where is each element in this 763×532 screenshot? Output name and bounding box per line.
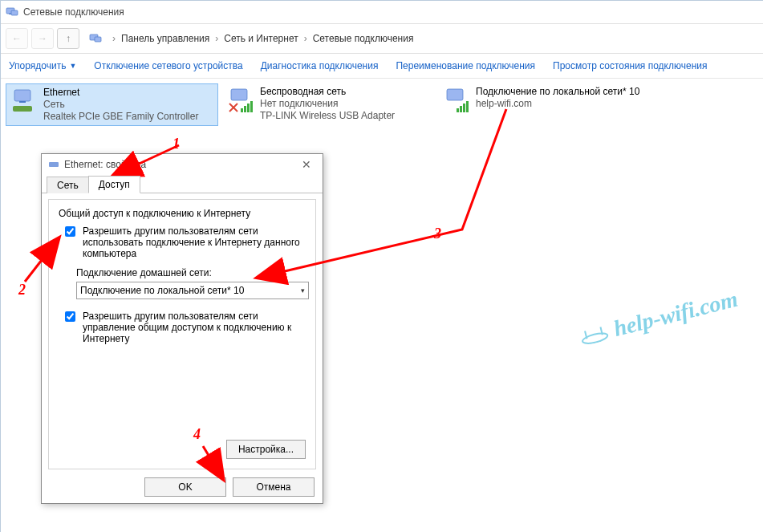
breadcrumb-item[interactable]: Панель управления [121,33,209,44]
chevron-down-icon: ▼ [69,62,76,70]
svg-rect-13 [247,104,250,112]
svg-rect-11 [241,108,243,112]
allow-control-input[interactable] [65,311,75,322]
connection-status: Нет подключения [260,98,395,110]
connection-name: Подключение по локальной сети* 10 [476,86,639,98]
svg-rect-7 [13,106,32,112]
diagnose-command[interactable]: Диагностика подключения [261,60,379,71]
annotation-1: 1 [172,136,180,152]
network-connections-icon [89,32,103,45]
connection-status: help-wifi.com [476,98,639,110]
svg-rect-2 [11,10,18,15]
allow-control-label: Разрешить другим пользователям сети упра… [83,311,306,344]
annotation-4: 4 [193,426,201,443]
forward-button[interactable]: → [31,28,54,49]
router-icon [576,322,611,347]
wireless-adapter-disabled-icon [226,86,255,115]
svg-rect-8 [231,89,247,100]
home-network-label: Подключение домашней сети: [76,267,306,278]
disable-device-command[interactable]: Отключение сетевого устройства [94,60,242,71]
connection-name: Беспроводная сеть [260,86,395,98]
ok-button[interactable]: OK [144,477,226,497]
svg-rect-6 [19,101,26,103]
view-status-command[interactable]: Просмотр состояния подключения [553,60,707,71]
connection-name: Ethernet [43,87,198,99]
svg-rect-4 [95,37,101,42]
rename-command[interactable]: Переименование подключения [396,60,535,71]
group-title: Общий доступ к подключению к Интернету [59,208,306,219]
svg-rect-12 [244,106,246,112]
svg-rect-17 [460,106,462,112]
home-network-select[interactable]: Подключение по локальной сети* 10 ▾ [76,282,309,299]
annotation-2: 2 [18,282,26,298]
svg-rect-5 [14,90,30,101]
watermark-text: help-wifi.com [611,286,741,342]
svg-rect-20 [49,162,59,167]
annotation-3: 3 [434,225,441,242]
allow-sharing-label: Разрешить другим пользователям сети испо… [83,225,306,259]
connections-list: Ethernet Сеть Realtek PCIe GBE Family Co… [1,79,763,131]
cancel-button[interactable]: Отмена [233,477,315,497]
tab-sharing[interactable]: Доступ [88,176,140,193]
dialog-titlebar: Ethernet: свойства ✕ [42,154,323,175]
watermark: help-wifi.com [575,286,741,351]
dialog-title: Ethernet: свойства [64,159,146,170]
network-connections-icon [6,6,18,18]
up-button[interactable]: ↑ [57,28,79,49]
svg-rect-16 [457,108,459,112]
connection-device: TP-LINK Wireless USB Adapter [260,110,395,122]
tab-network[interactable]: Сеть [47,177,89,193]
chevron-down-icon: ▾ [301,286,305,294]
connection-device: Realtek PCIe GBE Family Controller [43,111,198,123]
ethernet-adapter-icon [10,87,39,116]
organize-menu[interactable]: Упорядочить▼ [9,60,76,71]
navigation-bar: ← → ↑ › Панель управления › Сеть и Интер… [1,24,763,54]
svg-rect-14 [250,101,253,112]
window-title: Сетевые подключения [23,6,124,18]
back-button[interactable]: ← [6,28,28,49]
allow-sharing-input[interactable] [65,226,75,237]
svg-rect-15 [447,89,463,100]
properties-dialog: Ethernet: свойства ✕ Сеть Доступ Общий д… [41,153,323,504]
breadcrumb-item[interactable]: Сетевые подключения [313,33,414,44]
sharing-panel: Общий доступ к подключению к Интернету Р… [48,199,316,469]
command-bar: Упорядочить▼ Отключение сетевого устройс… [1,54,763,79]
breadcrumb-item[interactable]: Сеть и Интернет [224,33,298,44]
dialog-tabs: Сеть Доступ [42,175,323,193]
settings-button[interactable]: Настройка... [226,440,306,459]
connection-status: Сеть [43,99,198,111]
svg-rect-18 [463,104,465,112]
svg-rect-19 [466,101,469,112]
close-button[interactable]: ✕ [297,158,316,171]
hosted-network-icon [442,86,471,115]
adapter-icon [48,159,59,170]
connection-item-local-10[interactable]: Подключение по локальной сети* 10 help-w… [439,83,650,126]
allow-sharing-checkbox[interactable]: Разрешить другим пользователям сети испо… [62,225,306,259]
connection-item-ethernet[interactable]: Ethernet Сеть Realtek PCIe GBE Family Co… [6,83,218,126]
breadcrumb[interactable]: › Панель управления › Сеть и Интернет › … [89,32,413,45]
window-titlebar: Сетевые подключения [1,1,763,24]
connection-item-wireless[interactable]: Беспроводная сеть Нет подключения TP-LIN… [223,83,434,126]
home-network-value: Подключение по локальной сети* 10 [80,285,244,296]
allow-control-checkbox[interactable]: Разрешить другим пользователям сети упра… [62,311,306,344]
